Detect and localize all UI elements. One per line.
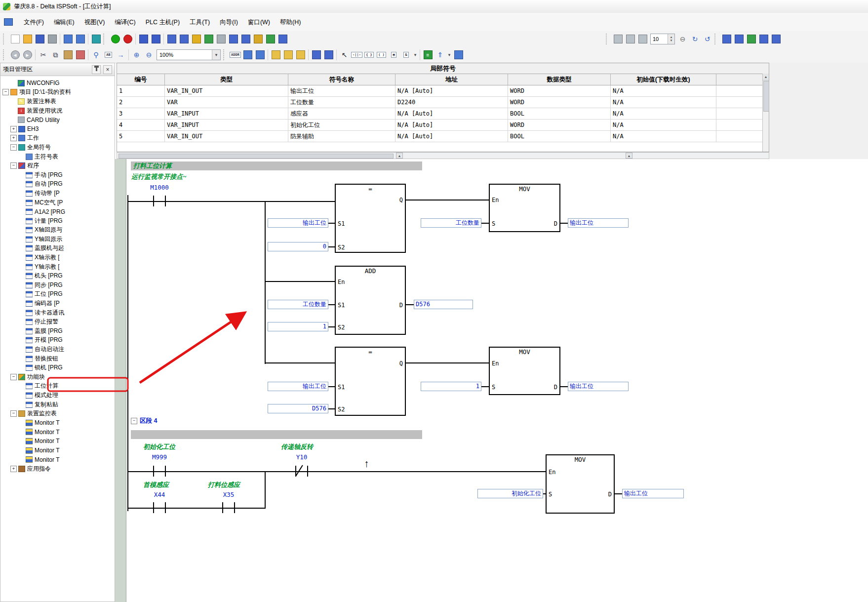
contact-M1000[interactable] bbox=[165, 196, 166, 206]
forward-icon[interactable]: ► bbox=[21, 49, 34, 61]
toolbar-grip[interactable] bbox=[3, 34, 6, 44]
compile-book-icon[interactable] bbox=[90, 33, 102, 45]
address-mode-icon[interactable]: ADDR bbox=[229, 49, 241, 61]
spin-up-icon[interactable]: ▲ bbox=[670, 36, 673, 39]
tree-item-9[interactable]: 主符号表 bbox=[0, 152, 115, 161]
open-project-icon[interactable] bbox=[21, 33, 34, 45]
operand-add-s1[interactable]: 工位数量 bbox=[268, 300, 328, 309]
insert-coil-icon[interactable]: ( ) bbox=[375, 49, 388, 61]
tree-item-26[interactable]: 读卡器通讯 bbox=[0, 308, 115, 318]
online-monitor-icon[interactable] bbox=[165, 33, 178, 45]
close-panel-icon[interactable]: × bbox=[103, 65, 112, 74]
contact-X44[interactable] bbox=[153, 502, 154, 513]
mov-block-2[interactable]: MOV En S D bbox=[489, 347, 560, 395]
back-icon[interactable]: ◄ bbox=[9, 49, 21, 61]
station-setup-icon[interactable] bbox=[276, 33, 289, 45]
card-utility-tool-icon[interactable] bbox=[745, 33, 757, 45]
dropdown-arrow-icon[interactable]: ▾ bbox=[412, 52, 418, 57]
operand-add-d[interactable]: D576 bbox=[414, 300, 473, 309]
comm-setting-icon[interactable] bbox=[757, 33, 770, 45]
zoom-combobox[interactable]: 100%▾ bbox=[157, 49, 221, 60]
symbol-row-5[interactable]: 5VAR_IN_OUT防呆辅助N/A [Auto]BOOLN/A bbox=[117, 131, 769, 142]
zoom-out-icon[interactable]: ⊖ bbox=[143, 49, 155, 61]
tree-item-43[interactable]: +应用指令 bbox=[0, 464, 115, 474]
tree-item-34[interactable]: 工位计算 bbox=[0, 382, 115, 391]
insert-and-icon[interactable]: & bbox=[400, 49, 412, 61]
mov-block-3[interactable]: MOV En S D bbox=[546, 454, 615, 514]
tree-item-33[interactable]: −功能块 bbox=[0, 372, 115, 382]
tree-collapse-icon[interactable]: − bbox=[10, 410, 17, 417]
contact-X35[interactable] bbox=[234, 502, 235, 513]
network2-comment-bar[interactable] bbox=[131, 430, 422, 439]
tree-item-21[interactable]: Y轴示教 [ bbox=[0, 262, 115, 272]
new-file-icon[interactable] bbox=[9, 33, 21, 45]
operand-mov1-d[interactable]: 输出工位 bbox=[568, 218, 629, 228]
operand-eq1-s1[interactable]: 输出工位 bbox=[268, 218, 328, 228]
mov-block-1[interactable]: MOV En S D bbox=[489, 184, 560, 232]
axis-config-icon[interactable] bbox=[770, 33, 782, 45]
menu-item-2[interactable]: 编辑(E) bbox=[49, 16, 79, 28]
spin-arrows[interactable]: ▲▼ bbox=[668, 34, 674, 44]
contact-M1000[interactable] bbox=[153, 196, 154, 206]
menu-item-9[interactable]: 帮助(H) bbox=[275, 16, 306, 28]
operand-eq1-s2[interactable]: 0 bbox=[268, 242, 328, 251]
tree-collapse-icon[interactable]: − bbox=[2, 89, 9, 95]
cut-icon[interactable]: ✂ bbox=[37, 49, 49, 61]
toolbar-grip[interactable] bbox=[714, 34, 718, 44]
tree-item-24[interactable]: 工位 [PRG bbox=[0, 290, 115, 299]
tree-item-18[interactable]: Y轴回原示 bbox=[0, 235, 115, 244]
tree-item-19[interactable]: 盖膜机与起 bbox=[0, 244, 115, 253]
save-icon[interactable] bbox=[34, 33, 46, 45]
refresh-icon[interactable]: ↻ bbox=[689, 33, 701, 45]
symbol-row-2[interactable]: 2VAR工位数量D2240WORDN/A bbox=[117, 97, 769, 108]
nwconfig-tool-icon[interactable] bbox=[720, 33, 733, 45]
section-4-header[interactable]: − 区段 4 bbox=[131, 417, 157, 425]
tree-item-20[interactable]: X轴示教 [ bbox=[0, 253, 115, 262]
tree-item-38[interactable]: Monitor T bbox=[0, 418, 115, 428]
tree-item-30[interactable]: 自动启动注 bbox=[0, 345, 115, 354]
operand-mov2-s[interactable]: 1 bbox=[421, 382, 481, 391]
tree-expand-icon[interactable]: + bbox=[10, 126, 17, 132]
tree-item-15[interactable]: A1A2 [PRG bbox=[0, 207, 115, 216]
menu-item-6[interactable]: 工具(T) bbox=[185, 16, 215, 28]
compile-program-icon[interactable] bbox=[322, 49, 335, 61]
tree-collapse-icon[interactable]: − bbox=[10, 162, 17, 169]
insert-network-icon[interactable]: ≡ bbox=[422, 49, 434, 61]
edit-mode-icon[interactable] bbox=[452, 49, 465, 61]
toolbar-grip[interactable] bbox=[3, 49, 6, 60]
scroll-up-icon[interactable]: ▲ bbox=[763, 74, 769, 80]
tree-item-17[interactable]: X轴回原与 bbox=[0, 226, 115, 235]
tree-item-39[interactable]: Monitor T bbox=[0, 428, 115, 437]
tree-item-4[interactable]: i装置使用状况 bbox=[0, 106, 115, 116]
symbol-table-scrollbar[interactable]: ▲ bbox=[762, 74, 769, 152]
contact-X44[interactable] bbox=[165, 502, 166, 513]
paste-icon[interactable] bbox=[62, 49, 74, 61]
operand-add-s2[interactable]: 1 bbox=[268, 322, 328, 331]
find-replace-icon[interactable]: AB bbox=[102, 49, 115, 61]
insert-fb-icon[interactable]: ▣ bbox=[388, 49, 400, 61]
tree-item-29[interactable]: 开模 [PRG bbox=[0, 336, 115, 345]
tree-item-41[interactable]: Monitor T bbox=[0, 446, 115, 455]
insert-contact-icon[interactable]: -||- bbox=[351, 49, 363, 61]
hwconfig-tool-icon[interactable] bbox=[733, 33, 745, 45]
tree-item-27[interactable]: 停止报警 bbox=[0, 317, 115, 326]
toolbar-grip[interactable] bbox=[606, 34, 609, 44]
tree-item-35[interactable]: 模式处理 bbox=[0, 391, 115, 400]
import-icon[interactable] bbox=[282, 49, 294, 61]
tree-item-28[interactable]: 盖膜 [PRG bbox=[0, 326, 115, 336]
tree-item-22[interactable]: 机头 [PRG bbox=[0, 271, 115, 281]
password-key-icon[interactable] bbox=[252, 33, 264, 45]
ladder-editor[interactable]: 打料工位计算 运行监视常开接点~ M1000 = Q S1 S2 输出工位 0 … bbox=[115, 159, 868, 602]
find-icon[interactable]: ⚲ bbox=[90, 49, 102, 61]
tree-item-40[interactable]: Monitor T bbox=[0, 437, 115, 446]
tree-item-36[interactable]: 复制粘贴 bbox=[0, 400, 115, 409]
tree-collapse-icon[interactable]: − bbox=[10, 144, 17, 151]
symbol-row-1[interactable]: 1VAR_IN_OUT输出工位N/A [Auto]WORDN/A bbox=[117, 85, 769, 97]
insert-row-icon[interactable]: ⇑ bbox=[434, 49, 446, 61]
toolbar-grip[interactable] bbox=[223, 49, 227, 60]
menu-item-5[interactable]: PLC 主机(P) bbox=[141, 16, 185, 28]
tree-collapse-icon[interactable]: − bbox=[10, 374, 17, 380]
section-collapse-icon[interactable]: − bbox=[131, 418, 137, 424]
tree-item-6[interactable]: +EH3 bbox=[0, 124, 115, 134]
select-mode-icon[interactable]: ↖ bbox=[338, 49, 351, 61]
